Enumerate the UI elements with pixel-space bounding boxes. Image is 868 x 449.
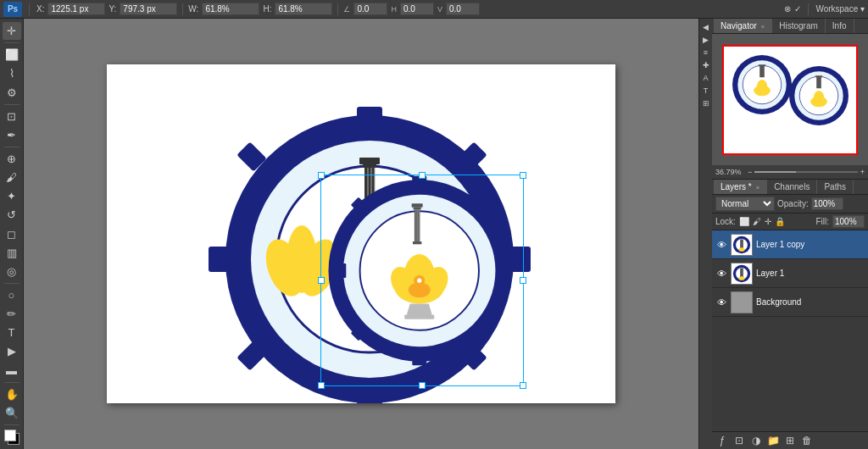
- lock-position-btn[interactable]: ✛: [765, 217, 771, 226]
- lock-all-btn[interactable]: 🔒: [775, 217, 785, 226]
- sep3: [337, 3, 338, 15]
- layers-list: 👁 Layer 1 copy: [712, 230, 868, 431]
- opacity-input[interactable]: [811, 197, 843, 210]
- hand-tool[interactable]: ✋: [3, 385, 21, 403]
- lock-transparent-btn[interactable]: ⬜: [739, 217, 749, 226]
- workspace-btn[interactable]: Workspace ▾: [815, 4, 865, 14]
- type-tool[interactable]: T: [3, 324, 21, 341]
- navigator-tabs: Navigator × Histogram Info: [712, 19, 868, 34]
- zoom-slider[interactable]: [754, 171, 857, 173]
- layer-adjustment-btn[interactable]: ◑: [749, 434, 763, 447]
- zoom-tool[interactable]: 🔍: [3, 404, 21, 422]
- lasso-tool[interactable]: ⌇: [3, 64, 21, 82]
- layer-row[interactable]: 👁 Layer 1: [712, 259, 868, 288]
- w-input[interactable]: [202, 3, 259, 15]
- tab-info[interactable]: Info: [826, 19, 854, 33]
- marquee-tool[interactable]: ⬜: [3, 46, 21, 64]
- layer-name: Layer 1 copy: [756, 240, 865, 249]
- healing-brush-tool[interactable]: ⊕: [3, 150, 21, 168]
- zoom-out-strip[interactable]: A: [701, 73, 711, 83]
- delete-layer-btn[interactable]: 🗑: [800, 434, 814, 447]
- expand-btn[interactable]: ▶: [701, 35, 711, 45]
- svg-rect-79: [732, 292, 752, 313]
- zoom-bar: 36.79% − +: [712, 165, 868, 180]
- confirm-transform-icon[interactable]: ✓: [794, 4, 801, 14]
- layer-name: Background: [756, 297, 865, 307]
- navigator-preview: [712, 34, 868, 165]
- x-input[interactable]: [47, 3, 105, 15]
- layer-mask-btn[interactable]: ⊡: [732, 434, 746, 447]
- layer-thumbnail: [731, 291, 753, 313]
- tab-layers[interactable]: Layers * ×: [714, 180, 767, 194]
- shape-tool[interactable]: ▬: [3, 362, 21, 380]
- toolbar-icons: ⊗ ✓: [784, 4, 801, 14]
- tool-sep-3: [4, 147, 19, 147]
- blend-mode-select[interactable]: Normal: [715, 197, 775, 211]
- svg-rect-40: [415, 209, 420, 241]
- eraser-tool[interactable]: ◻: [3, 224, 21, 242]
- cancel-transform-icon[interactable]: ⊗: [784, 4, 791, 14]
- main-area: ✛ ⬜ ⌇ ⚙ ⊡ ✒ ⊕ 🖌 ✦ ↺ ◻ ▥ ◎ ○ ✏ T ▶ ▬ ✋ 🔍: [0, 19, 868, 449]
- dodge-tool[interactable]: ○: [3, 286, 21, 304]
- zoom-in-strip[interactable]: ✚: [701, 60, 711, 70]
- y-label: Y:: [108, 4, 116, 14]
- svg-point-73: [738, 247, 744, 252]
- navigator-close-icon[interactable]: ×: [761, 23, 765, 30]
- hskew-icon: H: [391, 5, 397, 14]
- tab-navigator[interactable]: Navigator ×: [714, 19, 772, 33]
- layer-group-btn[interactable]: 📁: [766, 434, 780, 447]
- collapse-btn[interactable]: ◀: [701, 22, 711, 32]
- layer-row[interactable]: 👁 Background: [712, 288, 868, 317]
- tab-paths[interactable]: Paths: [817, 180, 854, 194]
- move-tool[interactable]: ✛: [3, 22, 21, 40]
- svg-rect-77: [740, 268, 743, 277]
- layers-close-icon[interactable]: ×: [755, 184, 760, 191]
- history-brush-tool[interactable]: ↺: [3, 206, 21, 224]
- gradient-tool[interactable]: ▥: [3, 244, 21, 262]
- quick-select-tool[interactable]: ⚙: [3, 83, 21, 101]
- svg-rect-12: [363, 164, 376, 168]
- layer-row[interactable]: 👁 Layer 1 copy: [712, 230, 868, 259]
- svg-point-78: [738, 276, 744, 280]
- coords-display: X: Y: W: H: ∠ H V: [36, 3, 480, 15]
- angle-input[interactable]: [353, 3, 387, 15]
- eyedropper-tool[interactable]: ✒: [3, 126, 21, 144]
- fill-label: Fill:: [815, 217, 829, 226]
- zoom-slider-fill: [754, 171, 796, 173]
- y-input[interactable]: [120, 3, 177, 15]
- svg-rect-38: [412, 203, 423, 208]
- layers-bottom-controls: ƒ ⊡ ◑ 📁 ⊞ 🗑: [712, 431, 868, 449]
- right-strip-icons: ◀ ▶ ≡ ✚ A T ⊞: [698, 19, 712, 449]
- brush-tool[interactable]: 🖌: [3, 169, 21, 186]
- layer-fx-btn[interactable]: ƒ: [715, 434, 729, 447]
- new-layer-btn[interactable]: ⊞: [783, 434, 797, 447]
- hskew-input[interactable]: [400, 3, 434, 15]
- canvas-area: [24, 19, 698, 449]
- canvas-svg: [107, 64, 615, 403]
- tab-histogram[interactable]: Histogram: [772, 19, 826, 33]
- path-selection-tool[interactable]: ▶: [3, 342, 21, 360]
- zoom-decrease-btn[interactable]: −: [748, 168, 752, 176]
- layer-visibility-toggle[interactable]: 👁: [715, 239, 727, 251]
- zoom-increase-btn[interactable]: +: [860, 168, 865, 176]
- pen-tool[interactable]: ✏: [3, 305, 21, 323]
- w-label: W:: [188, 4, 198, 14]
- nav-preview-image: [722, 45, 858, 155]
- layer-visibility-toggle[interactable]: 👁: [715, 297, 727, 308]
- clone-stamp-tool[interactable]: ✦: [3, 187, 21, 205]
- svg-rect-39: [414, 208, 421, 210]
- layer-visibility-toggle[interactable]: 👁: [715, 268, 727, 280]
- fill-input[interactable]: [832, 215, 865, 228]
- h-input[interactable]: [275, 3, 332, 15]
- panel-menu-btn[interactable]: ≡: [701, 47, 711, 58]
- crop-tool[interactable]: ⊡: [3, 108, 21, 125]
- vskew-input[interactable]: [446, 3, 480, 15]
- lock-image-btn[interactable]: 🖌: [753, 217, 761, 226]
- type-strip[interactable]: T: [701, 86, 711, 96]
- svg-rect-29: [412, 176, 426, 188]
- x-label: X:: [36, 4, 44, 14]
- foreground-color[interactable]: [3, 428, 21, 446]
- brush-strip[interactable]: ⊞: [701, 98, 711, 108]
- tab-channels[interactable]: Channels: [767, 180, 817, 194]
- blur-tool[interactable]: ◎: [3, 263, 21, 280]
